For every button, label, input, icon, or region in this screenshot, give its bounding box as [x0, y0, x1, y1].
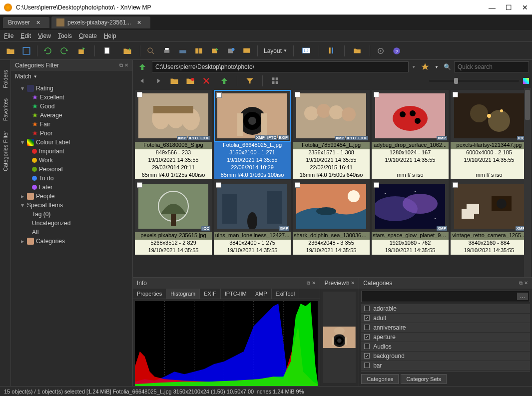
match-dropdown[interactable]: Match ▼ — [11, 71, 132, 82]
view-mode-icon[interactable] — [267, 74, 284, 87]
close-button[interactable]: ✕ — [522, 3, 528, 11]
tree-special-item[interactable]: Uncategorized — [11, 219, 132, 228]
nav-back-icon[interactable] — [136, 74, 149, 87]
panel-close-icon[interactable]: ✕ — [124, 62, 128, 68]
thumb-checkbox[interactable] — [453, 182, 458, 188]
category-more-button[interactable]: ... — [517, 293, 528, 300]
favorite-icon[interactable] — [419, 60, 432, 73]
quick-search-input[interactable] — [454, 61, 529, 72]
thumbnail-cell[interactable]: XMPadybug_drop_surface_1062...1280x1024 … — [372, 90, 449, 179]
color-icon[interactable] — [523, 78, 529, 84]
category-item[interactable]: ✓aperture — [361, 333, 530, 342]
copy-to-icon[interactable] — [99, 44, 116, 57]
cat-tab-categories[interactable]: Categories — [361, 374, 399, 384]
thumbnail-image[interactable]: ICC — [451, 90, 528, 142]
category-item[interactable]: ✓background — [361, 352, 530, 361]
menu-edit[interactable]: Edit — [20, 32, 31, 39]
tree-special[interactable]: ▾Special Items — [11, 201, 132, 210]
delete-icon[interactable] — [200, 74, 213, 87]
dock-tab-folders[interactable]: Folders — [2, 70, 8, 88]
thumb-checkbox[interactable] — [295, 182, 300, 188]
info-tab[interactable]: EXIF — [200, 289, 220, 299]
info-tab[interactable]: IPTC-IIM — [221, 289, 251, 299]
tree-colour-item[interactable]: To do — [11, 174, 132, 183]
info-tab[interactable]: XMP — [251, 289, 272, 299]
search-icon[interactable] — [144, 44, 157, 57]
info-tab[interactable]: Properties — [133, 289, 166, 299]
tree-rating[interactable]: ▾Rating — [11, 84, 132, 93]
nav-forward-icon[interactable] — [152, 74, 165, 87]
tree-colour-item[interactable]: Later — [11, 183, 132, 192]
thumb-checkbox[interactable] — [453, 92, 458, 97]
thumbnail-cell[interactable]: XMPIPTCEXIFFotolia_63180006_S.jpg849x566… — [135, 90, 212, 179]
undock-icon[interactable]: ⧉ — [307, 280, 310, 286]
thumbnail-image[interactable]: XMPIPTCEXIF — [214, 90, 291, 142]
category-checkbox[interactable]: ✓ — [364, 334, 370, 340]
slideshow-icon[interactable] — [240, 44, 253, 57]
scanner-icon[interactable] — [176, 44, 189, 57]
open-folder-icon[interactable] — [168, 74, 181, 87]
menu-view[interactable]: View — [38, 32, 51, 39]
undock-icon[interactable]: ⧉ — [346, 280, 349, 286]
menu-file[interactable]: File — [4, 32, 13, 39]
thumbnails-view-icon[interactable]: 1-5 — [298, 44, 315, 57]
tab-close-icon[interactable]: ✕ — [36, 19, 40, 26]
thumbnail-image[interactable]: XMPIPTCEXIF — [293, 90, 370, 142]
thumbnail-image[interactable]: XMP — [372, 90, 449, 142]
category-checkbox[interactable]: ✓ — [364, 315, 370, 321]
preview-image[interactable] — [323, 292, 356, 383]
tree-colour-item[interactable]: Work — [11, 156, 132, 165]
category-item[interactable]: bar — [361, 361, 530, 370]
cat-tab-sets[interactable]: Category Sets — [401, 374, 447, 384]
category-checkbox[interactable] — [364, 325, 370, 330]
tree-rating-item[interactable]: Poor — [11, 129, 132, 138]
path-input[interactable] — [152, 61, 409, 72]
scrollbar[interactable] — [524, 88, 531, 277]
nav-up-icon[interactable] — [136, 60, 149, 73]
path-dropdown-icon[interactable]: ▼ — [412, 65, 416, 69]
category-checkbox[interactable] — [364, 306, 370, 311]
print-icon[interactable] — [160, 44, 173, 57]
tab-image[interactable]: pexels-pixabay-23561... ✕ — [51, 16, 150, 28]
folder-open-icon[interactable] — [4, 44, 17, 57]
settings-icon[interactable] — [374, 44, 387, 57]
thumbnail-cell[interactable]: ICCpexels-lilartsy-1213447.jpg6000x4000 … — [451, 90, 528, 179]
thumbnail-image[interactable] — [293, 180, 370, 232]
menu-tools[interactable]: Tools — [58, 32, 72, 39]
category-item[interactable]: anniversaire — [361, 323, 530, 332]
export-icon[interactable] — [73, 44, 90, 57]
tree-rating-item[interactable]: Good — [11, 102, 132, 111]
info-tab[interactable]: Histogram — [166, 289, 200, 299]
batch-convert-icon[interactable] — [208, 44, 221, 57]
tree-colour-item[interactable]: Important — [11, 147, 132, 156]
thumbnail-image[interactable]: ICC — [135, 180, 212, 232]
sort-icon[interactable] — [323, 44, 340, 57]
thumbnail-cell[interactable]: XMPuins_man_loneliness_12427...3840x2400… — [214, 180, 291, 255]
thumbnail-image[interactable]: XMP — [214, 180, 291, 232]
thumbnail-cell[interactable]: XMPIPTCEXIFFotolia_78599454_L.jpg2356x15… — [293, 90, 370, 179]
category-checkbox[interactable]: ✓ — [364, 353, 370, 359]
tree-categories[interactable]: ▸Categories — [11, 237, 132, 246]
layout-dropdown[interactable]: Layout ▼ — [262, 47, 289, 54]
menu-help[interactable]: Help — [104, 32, 116, 39]
tab-close-icon[interactable]: ✕ — [137, 19, 141, 26]
menu-create[interactable]: Create — [79, 32, 97, 39]
tree-rating-item[interactable]: Fair — [11, 120, 132, 129]
help-icon[interactable]: ? — [390, 44, 403, 57]
thumbnail-cell[interactable]: XMPIPTCEXIFFotolia_66648025_L.jpg3150x21… — [214, 90, 291, 179]
rotate-cw-icon[interactable] — [57, 44, 70, 57]
thumbnail-cell[interactable]: ICCpexels-pixabay-235615.jpg5268x3512 - … — [135, 180, 212, 255]
thumbnail-image[interactable]: XMPIPTCEXIF — [135, 90, 212, 142]
tree-rating-item[interactable]: Excellent — [11, 93, 132, 102]
dock-tab-categories-filter[interactable]: Categories Filter — [2, 131, 8, 171]
fullscreen-icon[interactable] — [20, 44, 33, 57]
new-folder-icon[interactable] — [184, 74, 197, 87]
thumb-checkbox[interactable] — [295, 92, 300, 97]
panel-close-icon[interactable]: ✕ — [312, 280, 316, 286]
thumb-checkbox[interactable] — [374, 182, 379, 188]
tree-special-item[interactable]: Tag (0) — [11, 210, 132, 219]
tree-rating-item[interactable]: Average — [11, 111, 132, 120]
maximize-button[interactable]: ☐ — [506, 3, 512, 11]
tree-people[interactable]: ▸People — [11, 192, 132, 201]
filter-icon[interactable] — [241, 74, 258, 87]
